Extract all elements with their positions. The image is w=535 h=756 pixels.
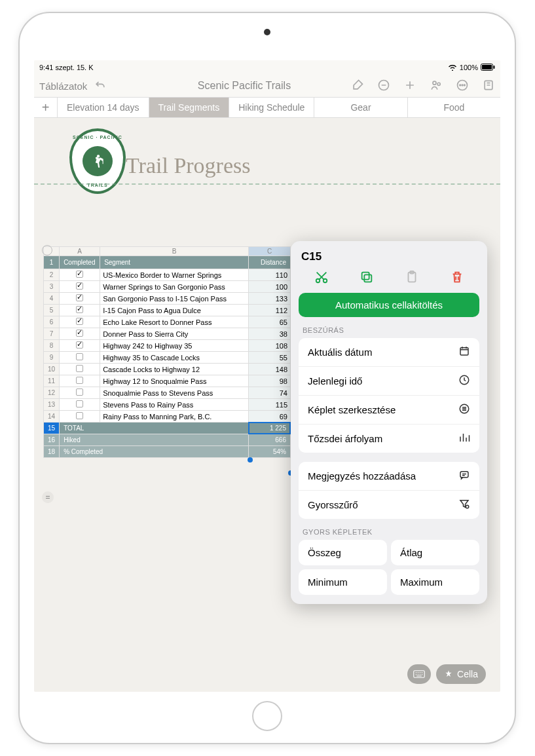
row-number[interactable]: 6 — [44, 316, 60, 328]
paste-icon[interactable] — [405, 270, 419, 286]
distance-cell[interactable]: 108 — [249, 340, 291, 352]
quick-filter[interactable]: Gyorsszűrő — [299, 491, 479, 519]
insert-current-date[interactable]: Aktuális dátum — [299, 338, 479, 367]
row-number[interactable]: 2 — [44, 269, 60, 281]
checkbox-icon[interactable] — [76, 353, 83, 360]
completed-cell[interactable] — [60, 364, 100, 375]
back-button[interactable]: Táblázatok — [39, 81, 87, 92]
completed-cell[interactable] — [60, 328, 100, 340]
selection-handle[interactable] — [248, 457, 253, 463]
distance-cell[interactable]: 133 — [249, 293, 291, 305]
row-number[interactable]: 10 — [44, 364, 60, 375]
row-number[interactable]: 16 — [44, 434, 60, 446]
distance-cell[interactable]: 148 — [249, 364, 291, 375]
keyboard-button[interactable] — [407, 664, 431, 684]
row-number[interactable]: 4 — [44, 293, 60, 305]
completed-cell[interactable] — [60, 375, 100, 387]
distance-cell[interactable]: 112 — [249, 305, 291, 316]
format-brush-icon[interactable] — [351, 79, 364, 94]
checkbox-icon[interactable] — [76, 365, 83, 372]
row-number[interactable]: 12 — [44, 387, 60, 399]
completed-cell[interactable] — [60, 293, 100, 305]
segment-cell[interactable]: Highway 12 to Snoqualmie Pass — [100, 375, 249, 387]
completed-cell[interactable] — [60, 387, 100, 399]
col-header-a[interactable]: A — [60, 247, 100, 256]
checkbox-icon[interactable] — [76, 318, 83, 325]
checkbox-icon[interactable] — [76, 271, 83, 278]
column-headers[interactable]: A B C — [44, 247, 291, 256]
completed-cell[interactable] — [60, 269, 100, 281]
segment-cell[interactable]: I-15 Cajon Pass to Agua Dulce — [100, 305, 249, 316]
checkbox-icon[interactable] — [76, 377, 83, 384]
segment-cell[interactable]: Echo Lake Resort to Donner Pass — [100, 316, 249, 328]
distance-cell[interactable]: 65 — [249, 316, 291, 328]
add-sheet-button[interactable]: + — [34, 98, 58, 117]
checkbox-icon[interactable] — [76, 341, 83, 349]
tab-food[interactable]: Food — [408, 98, 500, 117]
completed-cell[interactable] — [60, 352, 100, 364]
tab-elevation[interactable]: Elevation 14 days — [58, 98, 149, 117]
collaborate-icon[interactable] — [430, 79, 443, 94]
checkbox-icon[interactable] — [76, 388, 83, 396]
segment-cell[interactable]: Cascade Locks to Highway 12 — [100, 364, 249, 375]
segment-cell[interactable]: Rainy Pass to Manning Park, B.C. — [100, 411, 249, 423]
segment-cell[interactable]: Snoqualmie Pass to Stevens Pass — [100, 387, 249, 399]
completed-cell[interactable] — [60, 316, 100, 328]
formula-avg[interactable]: Átlag — [391, 540, 479, 565]
row-number[interactable]: 5 — [44, 305, 60, 316]
more-icon[interactable] — [456, 79, 469, 94]
completed-cell[interactable] — [60, 281, 100, 293]
col-header-c[interactable]: C — [249, 247, 291, 256]
completed-cell[interactable] — [60, 411, 100, 423]
row-number[interactable]: 8 — [44, 340, 60, 352]
insert-current-time[interactable]: Jelenlegi idő — [299, 367, 479, 396]
row-number[interactable]: 7 — [44, 328, 60, 340]
row-number[interactable]: 15 — [44, 423, 60, 434]
completed-cell[interactable] — [60, 340, 100, 352]
delete-icon[interactable] — [450, 270, 464, 286]
row-number[interactable]: 14 — [44, 411, 60, 423]
row-number[interactable]: 1 — [44, 256, 60, 269]
copy-icon[interactable] — [360, 270, 374, 286]
tab-hiking-schedule[interactable]: Hiking Schedule — [229, 98, 314, 117]
row-number[interactable]: 18 — [44, 446, 60, 458]
row-number[interactable]: 9 — [44, 352, 60, 364]
segment-cell[interactable]: Warner Springs to San Gorgonio Pass — [100, 281, 249, 293]
cut-icon[interactable] — [314, 270, 329, 286]
row-number[interactable]: 11 — [44, 375, 60, 387]
segment-cell[interactable]: San Gorgonio Pass to I-15 Cajon Pass — [100, 293, 249, 305]
spreadsheet-canvas[interactable]: SCENIC · PACIFIC TRAILS Trail Progress A… — [34, 118, 500, 692]
segment-cell[interactable]: Donner Pass to Sierra City — [100, 328, 249, 340]
segment-cell[interactable]: Highway 35 to Cascade Locks — [100, 352, 249, 364]
undo-icon[interactable] — [94, 79, 107, 94]
spreadsheet-table[interactable]: A B C 1 Completed Segment Distance 2US-M… — [43, 246, 291, 458]
col-header-b[interactable]: B — [100, 247, 249, 256]
stock-quote[interactable]: Tőzsdei árfolyam — [299, 425, 479, 453]
distance-cell[interactable]: 69 — [249, 411, 291, 423]
distance-cell[interactable]: 55 — [249, 352, 291, 364]
distance-cell[interactable]: 115 — [249, 399, 291, 411]
edit-formula[interactable]: Képlet szerkesztése — [299, 396, 479, 425]
filter-icon[interactable] — [377, 79, 390, 94]
add-comment[interactable]: Megjegyzés hozzáadása — [299, 462, 479, 491]
table-corner-handle[interactable] — [42, 245, 52, 255]
formula-button[interactable]: = — [42, 491, 54, 503]
add-icon[interactable] — [403, 79, 416, 94]
segment-cell[interactable]: US-Mexico Border to Warner Springs — [100, 269, 249, 281]
checkbox-icon[interactable] — [76, 306, 83, 313]
distance-cell[interactable]: 38 — [249, 328, 291, 340]
completed-cell[interactable] — [60, 399, 100, 411]
ipad-home-button[interactable] — [252, 701, 282, 731]
checkbox-icon[interactable] — [76, 294, 83, 301]
row-number[interactable]: 13 — [44, 399, 60, 411]
formula-min[interactable]: Minimum — [299, 569, 387, 595]
completed-cell[interactable] — [60, 305, 100, 316]
checkbox-icon[interactable] — [76, 412, 83, 419]
formula-sum[interactable]: Összeg — [299, 540, 387, 565]
distance-cell[interactable]: 98 — [249, 375, 291, 387]
distance-cell[interactable]: 110 — [249, 269, 291, 281]
insert-icon[interactable] — [482, 79, 495, 94]
checkbox-icon[interactable] — [76, 282, 83, 290]
segment-cell[interactable]: Highway 242 to Highway 35 — [100, 340, 249, 352]
autofill-button[interactable]: Automatikus cellakitöltés — [299, 293, 479, 317]
